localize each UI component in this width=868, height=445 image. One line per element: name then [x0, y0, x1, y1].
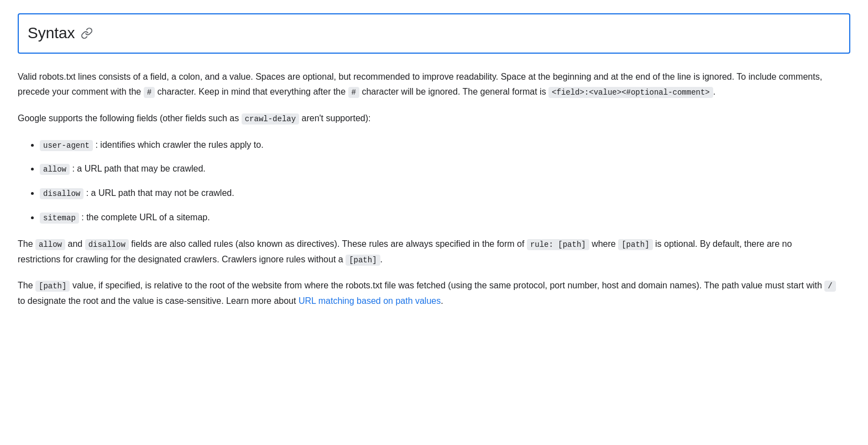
title-text: Syntax [28, 21, 75, 46]
p1-hash2-code: # [348, 87, 359, 98]
p1-end-text: character will be ignored. The general f… [359, 87, 548, 96]
disallow-code: disallow [40, 188, 83, 199]
p4-period: . [441, 296, 443, 306]
p3-path-code2: [path] [346, 255, 380, 266]
content-body: Valid robots.txt lines consists of a fie… [18, 69, 836, 309]
p3-allow-code: allow [35, 239, 65, 250]
p3-path-code: [path] [618, 239, 652, 250]
p2-start-text: Google supports the following fields (ot… [18, 113, 242, 123]
fields-list: user-agent : identifies which crawler th… [18, 137, 836, 225]
p4-path-code: [path] [35, 281, 70, 292]
p4-mid: value, if specified, is relative to the … [70, 281, 824, 290]
list-item-disallow: disallow : a URL path that may not be cr… [40, 185, 836, 201]
user-agent-desc: : identifies which crawler the rules app… [93, 140, 264, 149]
user-agent-code: user-agent [40, 140, 93, 151]
p4-end: to designate the root and the value is c… [18, 296, 299, 306]
p3-rule-path-code: rule: [path] [527, 239, 589, 250]
sitemap-code: sitemap [40, 213, 79, 224]
p1-format-code: <field>:<value><#optional-comment> [548, 87, 713, 98]
heading-section: Syntax [18, 13, 850, 54]
p4-slash-code: / [824, 281, 835, 292]
p4-start: The [18, 281, 35, 290]
p3-where: where [589, 239, 618, 249]
sitemap-desc: : the complete URL of a sitemap. [79, 213, 210, 222]
p3-disallow-code: disallow [85, 239, 129, 250]
p2-end-text: aren't supported): [299, 113, 370, 123]
p2-crawl-delay-code: crawl-delay [242, 113, 299, 125]
p3-and: and [65, 239, 85, 249]
allow-code: allow [40, 164, 70, 175]
paragraph-2: Google supports the following fields (ot… [18, 111, 836, 126]
p3-mid: fields are also called rules (also known… [129, 239, 527, 249]
p1-period: . [713, 87, 715, 96]
list-item-sitemap: sitemap : the complete URL of a sitemap. [40, 210, 836, 225]
p3-start: The [18, 239, 35, 249]
list-item-allow: allow : a URL path that may be crawled. [40, 161, 836, 177]
p3-period: . [380, 255, 383, 264]
list-item-user-agent: user-agent : identifies which crawler th… [40, 137, 836, 153]
page-title: Syntax [28, 21, 840, 46]
link-icon[interactable] [81, 27, 93, 39]
p1-hash-code: # [144, 87, 155, 98]
url-matching-link[interactable]: URL matching based on path values [299, 296, 441, 306]
paragraph-1: Valid robots.txt lines consists of a fie… [18, 69, 836, 100]
allow-desc: : a URL path that may be crawled. [70, 164, 206, 173]
p1-mid-text: character. Keep in mind that everything … [155, 87, 348, 96]
disallow-desc: : a URL path that may not be crawled. [83, 188, 234, 198]
paragraph-3: The allow and disallow fields are also c… [18, 236, 836, 267]
paragraph-4: The [path] value, if specified, is relat… [18, 278, 836, 308]
